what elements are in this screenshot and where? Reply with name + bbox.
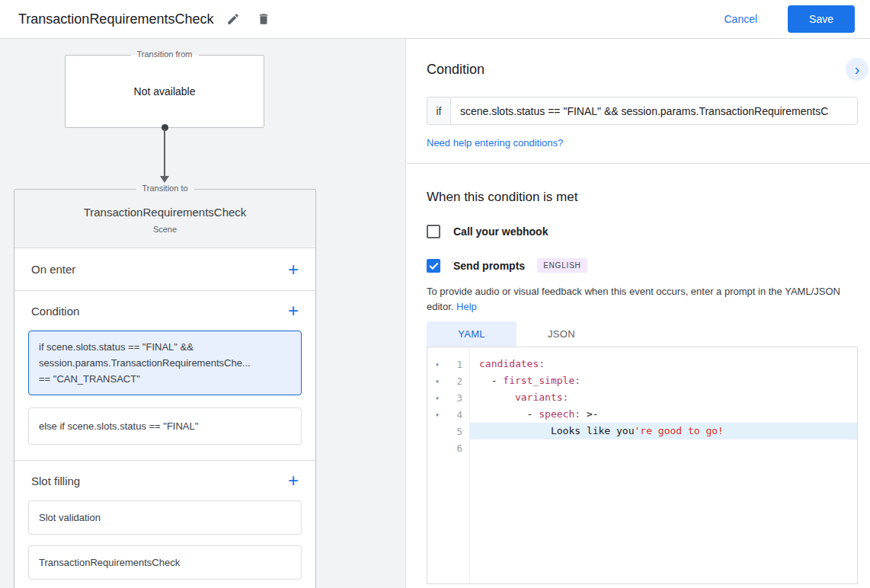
prompt-hint-text: To provide audio or visual feedback when…	[427, 284, 858, 315]
trash-icon	[257, 12, 270, 26]
code-line: 6	[427, 439, 857, 456]
transition-to-label: Transition to	[136, 184, 194, 193]
code-line: ▾ 3 variants:	[427, 389, 857, 406]
code-token: -	[479, 406, 539, 423]
fold-icon[interactable]: ▾	[427, 377, 447, 385]
send-prompts-checkbox-row[interactable]: Send prompts ENGLISH	[427, 258, 587, 273]
section-divider	[407, 163, 870, 164]
send-prompts-label: Send prompts	[453, 260, 525, 272]
fold-icon[interactable]: ▾	[427, 360, 447, 369]
delete-scene-button[interactable]	[253, 8, 274, 30]
on-enter-section: On enter +	[14, 248, 315, 291]
webhook-checkbox[interactable]	[427, 225, 440, 238]
if-prefix-label: if	[427, 97, 450, 125]
tab-yaml[interactable]: YAML	[427, 321, 517, 347]
editor-tabs: YAML JSON	[427, 321, 858, 347]
line-number: 2	[447, 375, 469, 387]
code-token: candidates:	[479, 356, 545, 372]
code-line: ▾ 1 candidates:	[427, 356, 857, 372]
pencil-icon	[226, 12, 240, 26]
on-enter-label: On enter	[31, 263, 75, 276]
transition-from-box: Transition from Not available	[65, 55, 264, 128]
condition-input[interactable]	[450, 97, 858, 125]
condition-line: if scene.slots.status == "FINAL" &&	[39, 339, 291, 355]
arrow-head-icon	[160, 176, 169, 183]
code-token: first_simple:	[503, 372, 581, 389]
add-on-enter-button[interactable]: +	[282, 260, 305, 279]
condition-section: Condition + if scene.slots.status == "FI…	[14, 291, 315, 461]
code-token: variants:	[515, 389, 568, 406]
scene-card-subtitle: Scene	[14, 225, 315, 234]
code-token: -	[479, 372, 503, 389]
condition-card-else[interactable]: else if scene.slots.status == "FINAL"	[28, 407, 302, 445]
top-bar: TransactionRequirementsCheck Cancel Save	[0, 0, 870, 39]
scene-graph-panel: Transition from Not available Transition…	[0, 39, 406, 588]
line-number: 1	[447, 359, 469, 370]
code-token	[479, 389, 515, 406]
code-line: ▾ 2 - first_simple:	[427, 372, 857, 389]
condition-section-label: Condition	[31, 305, 79, 318]
condition-line: == "CAN_TRANSACT"	[39, 371, 291, 387]
condition-line: session.params.TransactionRequirementsCh…	[39, 355, 291, 371]
add-condition-button[interactable]: +	[282, 302, 305, 320]
condition-card-selected[interactable]: if scene.slots.status == "FINAL" && sess…	[28, 331, 302, 395]
slot-filling-label: Slot filling	[31, 475, 80, 487]
chevron-right-icon: ›	[855, 61, 860, 78]
condition-heading: Condition	[427, 62, 858, 78]
code-token: 're good to go!	[635, 423, 724, 439]
fold-icon[interactable]: ▾	[427, 411, 447, 419]
scene-card-header: TransactionRequirementsCheck Scene	[14, 190, 315, 248]
transition-from-label: Transition from	[131, 50, 199, 59]
condition-help-link[interactable]: Need help entering conditions?	[427, 137, 563, 149]
scene-card-title: TransactionRequirementsCheck	[14, 206, 315, 219]
language-badge: ENGLISH	[537, 258, 587, 273]
send-prompts-checkbox[interactable]	[427, 259, 440, 273]
condition-expression-row: if	[427, 97, 858, 125]
slot-validation-card[interactable]: Slot validation	[28, 500, 302, 535]
line-number: 4	[447, 409, 469, 420]
fold-icon[interactable]: ▾	[427, 394, 447, 402]
collapse-panel-button[interactable]: ›	[846, 58, 868, 81]
code-line: ▾ 4 - speech: >-	[427, 406, 857, 423]
page-title: TransactionRequirementsCheck	[18, 11, 213, 27]
transition-to-card: Transition to TransactionRequirementsChe…	[14, 189, 316, 588]
line-number: 3	[447, 392, 469, 404]
scene-editor-page: TransactionRequirementsCheck Cancel Save…	[0, 0, 870, 588]
when-condition-met-heading: When this condition is met	[427, 190, 858, 205]
help-link[interactable]: Help	[456, 301, 477, 312]
webhook-label: Call your webhook	[453, 225, 548, 238]
code-token: Looks like you	[479, 423, 635, 439]
condition-detail-panel: › Condition if Need help entering condit…	[407, 39, 870, 588]
prompt-hint-body: To provide audio or visual feedback when…	[427, 286, 840, 312]
add-slot-button[interactable]: +	[282, 471, 305, 490]
code-editor[interactable]: ▾ 1 candidates: ▾ 2 - first_simple: ▾ 3 …	[427, 347, 858, 584]
webhook-checkbox-row[interactable]: Call your webhook	[427, 225, 548, 238]
code-line-active: 5 Looks like you're good to go!	[427, 423, 857, 439]
save-button[interactable]: Save	[788, 5, 855, 33]
slot-scene-card[interactable]: TransactionRequirementsCheck	[28, 545, 302, 580]
tab-json[interactable]: JSON	[517, 321, 606, 347]
slot-filling-section: Slot filling + Slot validation Transacti…	[14, 461, 315, 588]
code-token: speech:	[539, 406, 581, 423]
line-number: 6	[447, 443, 469, 454]
line-number: 5	[447, 426, 469, 437]
transition-from-content: Not available	[66, 56, 264, 127]
edit-title-button[interactable]	[222, 8, 244, 30]
cancel-button[interactable]: Cancel	[719, 12, 762, 26]
code-token: >-	[581, 406, 598, 423]
transition-arrow	[164, 129, 165, 176]
